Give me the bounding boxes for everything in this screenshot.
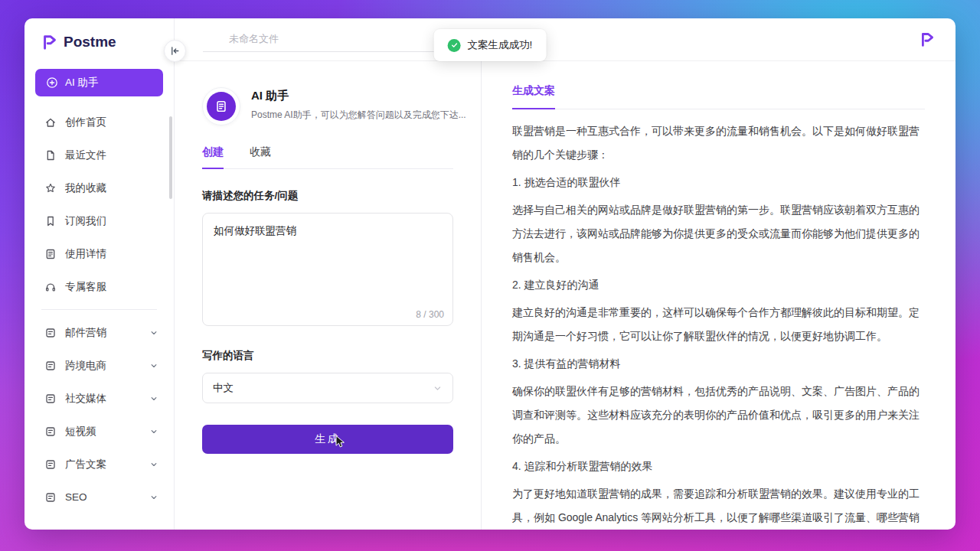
sidebar-scrollbar[interactable] (169, 116, 172, 199)
output-panel: 生成文案 联盟营销是一种互惠式合作，可以带来更多的流量和销售机会。以下是如何做好… (481, 61, 956, 530)
toast-message: 文案生成成功! (468, 38, 533, 52)
recent-file-icon (44, 149, 57, 161)
generate-wrap: 生成 (202, 425, 453, 454)
chevron-down-icon (149, 460, 158, 469)
postme-logo-icon (920, 31, 936, 47)
language-label: 写作的语言 (202, 349, 453, 363)
paragraph: 确保你的联盟伙伴有足够的营销材料，包括优秀的产品说明、文案、广告图片、产品的调查… (512, 380, 925, 451)
ad-copy-icon (44, 458, 57, 471)
sidebar-item-social-media[interactable]: 社交媒体 (24, 382, 174, 415)
desktop-background: { "colors": { "accent": "#7c3aed", "butt… (0, 0, 980, 551)
plus-circle-icon (46, 77, 58, 89)
sidebar-divider (41, 309, 157, 310)
paragraph: 建立良好的沟通是非常重要的，这样可以确保每个合作方都理解彼此的目标和期望。定期沟… (512, 301, 925, 348)
chevron-down-icon (149, 394, 158, 403)
tab-favorites[interactable]: 收藏 (250, 145, 271, 168)
sidebar-item-label: 社交媒体 (65, 392, 106, 406)
generated-text: 联盟营销是一种互惠式合作，可以带来更多的流量和销售机会。以下是如何做好联盟营销的… (512, 109, 925, 530)
collapse-icon (169, 45, 181, 57)
char-counter: 8 / 300 (416, 309, 444, 320)
seo-icon (44, 491, 57, 504)
paragraph: 1. 挑选合适的联盟伙伴 (512, 171, 925, 194)
postme-logo-icon (41, 34, 58, 51)
social-icon (44, 393, 57, 405)
sidebar-item-label: 我的收藏 (65, 181, 106, 195)
task-label: 请描述您的任务/问题 (202, 189, 453, 203)
sidebar-item-short-video[interactable]: 短视频 (24, 415, 174, 448)
paragraph: 2. 建立良好的沟通 (512, 273, 925, 297)
language-select[interactable]: 中文 (202, 373, 453, 403)
tab-create[interactable]: 创建 (202, 145, 224, 169)
sidebar-item-seo[interactable]: SEO (24, 481, 174, 514)
sidebar-item-favorites[interactable]: 我的收藏 (24, 171, 174, 204)
success-check-icon (448, 39, 461, 52)
sidebar-item-label: 创作首页 (65, 116, 106, 129)
chevron-down-icon (149, 493, 158, 502)
chevron-down-icon (149, 427, 158, 436)
sidebar-item-cross-border-ecommerce[interactable]: 跨境电商 (24, 349, 174, 382)
assistant-header: AI 助手 Postme AI助手，可以为您解答问题以及完成您下达... (202, 87, 453, 126)
paragraph: 选择与自己相关的网站或品牌是做好联盟营销的第一步。联盟营销应该朝着双方互惠的方法… (512, 198, 925, 269)
chevron-down-icon (149, 361, 158, 370)
sidebar-item-ad-copy[interactable]: 广告文案 (24, 448, 174, 481)
sidebar-item-recent-files[interactable]: 最近文件 (24, 139, 174, 171)
sidebar-item-usage[interactable]: 使用详情 (24, 237, 174, 270)
sidebar-item-label: 订阅我们 (65, 214, 106, 228)
star-icon (44, 182, 57, 194)
assistant-subtitle: Postme AI助手，可以为您解答问题以及完成您下达... (251, 109, 466, 122)
sidebar-item-subscribe[interactable]: 订阅我们 (24, 204, 174, 237)
assistant-title: AI 助手 (251, 89, 466, 103)
paragraph: 为了更好地知道联盟营销的成果，需要追踪和分析联盟营销的效果。建议使用专业的工具，… (512, 482, 925, 530)
document-icon (214, 99, 228, 113)
assistant-avatar-circle (207, 92, 236, 121)
brand: Postme (24, 18, 174, 66)
sidebar-nav: 创作首页 最近文件 我的收藏 订阅我们 使用详情 专属客服 (24, 106, 174, 303)
sidebar-item-label: 使用详情 (65, 247, 106, 261)
paragraph: 4. 追踪和分析联盟营销的效果 (512, 455, 925, 478)
chevron-down-icon (433, 383, 443, 393)
video-icon (44, 425, 57, 438)
assistant-panel: AI 助手 Postme AI助手，可以为您解答问题以及完成您下达... 创建 … (175, 61, 481, 530)
app-window: Postme AI 助手 创作首页 最近文件 我的收藏 订阅我们 (24, 18, 956, 530)
main-area: AI 助手 Postme AI助手，可以为您解答问题以及完成您下达... 创建 … (175, 18, 956, 530)
topbar (175, 18, 956, 61)
sidebar-item-label: SEO (65, 491, 87, 503)
sidebar-item-label: 专属客服 (65, 280, 106, 294)
sidebar-item-ai-assistant[interactable]: AI 助手 (35, 69, 163, 96)
assistant-avatar (202, 87, 240, 126)
language-value: 中文 (213, 381, 234, 395)
usage-doc-icon (44, 248, 57, 260)
paragraph: 联盟营销是一种互惠式合作，可以带来更多的流量和销售机会。以下是如何做好联盟营销的… (512, 119, 925, 167)
chevron-down-icon (149, 328, 158, 337)
toast-notification: 文案生成成功! (434, 29, 547, 61)
sidebar: Postme AI 助手 创作首页 最近文件 我的收藏 订阅我们 (24, 18, 175, 530)
file-name-input[interactable] (203, 28, 456, 52)
output-tabbar: 生成文案 (512, 61, 925, 109)
tab-generated-copy[interactable]: 生成文案 (512, 84, 555, 109)
sidebar-item-support[interactable]: 专属客服 (24, 270, 174, 303)
task-input-wrap: 如何做好联盟营销 8 / 300 (202, 213, 453, 329)
sidebar-item-label: 广告文案 (65, 458, 106, 471)
sidebar-item-label: 跨境电商 (65, 359, 106, 373)
brand-name: Postme (64, 34, 116, 51)
home-icon (44, 116, 57, 129)
sidebar-item-label: 邮件营销 (65, 326, 106, 340)
headset-icon (44, 281, 57, 293)
content: AI 助手 Postme AI助手，可以为您解答问题以及完成您下达... 创建 … (175, 61, 956, 530)
paragraph: 3. 提供有益的营销材料 (512, 352, 925, 376)
mail-icon (44, 327, 57, 339)
generate-button[interactable]: 生成 (202, 425, 453, 454)
sidebar-item-label: AI 助手 (65, 76, 99, 90)
commerce-icon (44, 360, 57, 372)
sidebar-item-label: 短视频 (65, 425, 96, 439)
sidebar-item-home[interactable]: 创作首页 (24, 106, 174, 139)
sidebar-collapse-button[interactable] (164, 40, 186, 62)
sidebar-groups: 邮件营销 跨境电商 社交媒体 短视频 广告文案 (24, 316, 174, 514)
bookmark-icon (44, 215, 57, 227)
assistant-tabs: 创建 收藏 (202, 145, 453, 169)
sidebar-item-label: 最近文件 (65, 148, 106, 162)
sidebar-item-email-marketing[interactable]: 邮件营销 (24, 316, 174, 349)
